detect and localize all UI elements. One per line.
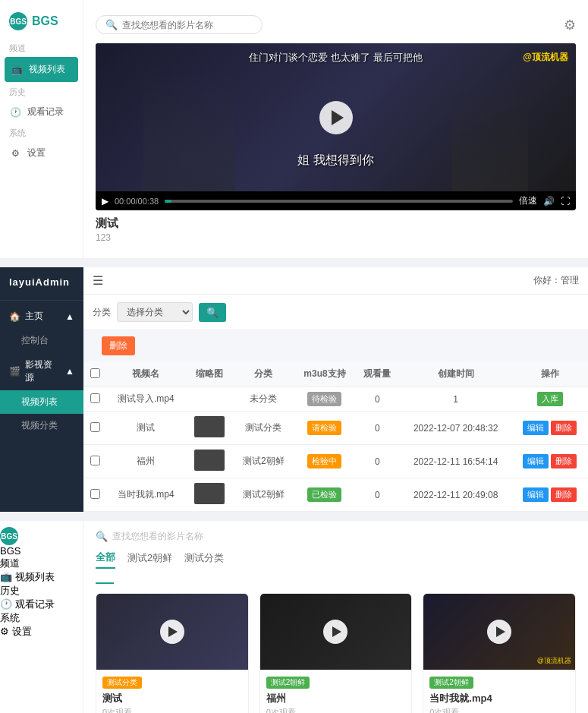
section-label3-system: 系统 [0, 611, 83, 625]
delete-row-button[interactable]: 删除 [551, 487, 577, 502]
gear-icon: ⚙ [9, 147, 21, 159]
edit-button[interactable]: 编辑 [523, 454, 549, 468]
arrow-down-icon: ▲ [65, 366, 74, 377]
td-name: 当时我就.mp4 [106, 478, 185, 512]
play-control-button[interactable]: ▶ [102, 196, 108, 207]
td-actions: 编辑删除 [512, 478, 588, 512]
app-name3: BGS [0, 545, 20, 557]
table-header-row: 视频名 缩略图 分类 m3u8支持 观看量 创建时间 操作 [83, 361, 588, 387]
tab-all[interactable]: 全部 [96, 551, 115, 569]
sidebar-item-video-list[interactable]: 📺 视频列表 [5, 57, 78, 82]
table-row: 测试导入.mp4 未分类 待检验 0 1 入库 [83, 387, 588, 412]
card-thumbnail: @顶流机器 [423, 594, 575, 670]
sidebar-item-settings[interactable]: ⚙ 设置 [0, 140, 83, 166]
td-m3u8: 检验中 [294, 445, 355, 478]
panel1-header: 🔍 ⚙ [96, 9, 576, 43]
td-name: 福州 [106, 445, 185, 478]
divider [0, 300, 83, 301]
sidebar-item-video-resources[interactable]: 🎬 影视资源 ▲ [0, 352, 83, 390]
arrow-icon: ▲ [65, 311, 74, 322]
admin-panel: layuiAdmin 🏠 主页 ▲ 控制台 🎬 影视资源 ▲ 视频列表 视频分类… [0, 267, 588, 512]
play-button[interactable] [319, 101, 353, 134]
row-checkbox[interactable] [90, 456, 100, 465]
tab-test2[interactable]: 测试2朝鲜 [127, 551, 172, 568]
card-info: 测试分类 测试 0次观看 [96, 670, 248, 713]
left-figure [143, 70, 234, 191]
sidebar-item-console[interactable]: 控制台 [0, 329, 83, 352]
main-content-panel1: 🔍 ⚙ 住门对门谈个恋爱 也太难了 最后可把他 @顶流机器 姐 我想得到你 ▶ [83, 0, 588, 258]
logo-icon: BGS [9, 12, 27, 30]
row-checkbox[interactable] [90, 393, 100, 403]
td-created: 2022-12-07 20:48:32 [399, 412, 512, 445]
video-res-icon: 🎬 [9, 366, 20, 377]
th-created: 创建时间 [399, 361, 512, 387]
delete-button[interactable]: 删除 [102, 336, 135, 355]
audio-icon[interactable]: 🔊 [543, 196, 555, 207]
card-play-button[interactable] [160, 620, 184, 644]
video-overlay-text: 住门对门谈个恋爱 也太难了 最后可把他 [249, 51, 422, 65]
section-label-channel: 频道 [0, 39, 83, 55]
category-filter-select[interactable]: 选择分类 [117, 302, 193, 322]
sidebar-item-video-list-admin[interactable]: 视频列表 [0, 390, 83, 414]
card-info: 测试2朝鲜 福州 0次观看 [260, 670, 412, 713]
th-actions: 操作 [512, 361, 588, 387]
td-name: 测试导入.mp4 [106, 387, 185, 412]
time-display: 00:00/00:38 [115, 197, 159, 206]
row-checkbox[interactable] [90, 489, 100, 499]
edit-button[interactable]: 编辑 [523, 421, 549, 435]
tabs-bar: 全部 测试2朝鲜 测试分类 [96, 551, 576, 573]
sidebar-item-video-category[interactable]: 视频分类 [0, 414, 83, 437]
hamburger-icon[interactable]: ☰ [93, 273, 103, 288]
filter-search-button[interactable]: 🔍 [199, 303, 226, 322]
th-views: 观看量 [356, 361, 400, 387]
video-card[interactable]: 测试分类 测试 0次观看 [96, 593, 249, 713]
card-title: 测试 [102, 692, 242, 705]
th-thumb: 缩略图 [185, 361, 233, 387]
search-input[interactable] [122, 20, 253, 30]
delete-row-button[interactable]: 删除 [551, 454, 577, 468]
td-checkbox [83, 445, 106, 478]
progress-bar[interactable] [165, 200, 513, 203]
video-card[interactable]: @顶流机器 测试2朝鲜 当时我就.mp4 0次观看 [423, 593, 576, 713]
card-play-button[interactable] [487, 620, 511, 644]
video-card[interactable]: 测试2朝鲜 福州 0次观看 [259, 593, 413, 713]
fullscreen-button[interactable]: ⛶ [561, 196, 570, 207]
td-created: 2022-12-11 16:54:14 [399, 445, 512, 478]
card-info: 测试2朝鲜 当时我就.mp4 0次观看 [423, 670, 575, 713]
sidebar3-item-settings[interactable]: ⚙ 设置 [0, 625, 83, 639]
td-views: 0 [356, 412, 400, 445]
add-btn-container: 删除 [83, 330, 588, 361]
search-box[interactable]: 🔍 [96, 15, 263, 34]
admin-logo: layuiAdmin [0, 267, 83, 297]
tab-indicator [96, 582, 114, 584]
video-description: 123 [96, 232, 576, 243]
search-icon: 🔍 [105, 19, 118, 30]
sidebar-item-watch-history[interactable]: 🕐 观看记录 [0, 99, 83, 125]
volume-icon[interactable]: 倍速 [519, 194, 537, 207]
th-checkbox [83, 361, 106, 387]
table-row: 测试 测试分类 请检验 0 2022-12-07 20:48:32 编辑删除 [83, 412, 588, 445]
sidebar-item-home[interactable]: 🏠 主页 ▲ [0, 304, 83, 329]
card-play-button[interactable] [323, 620, 347, 644]
th-video-name: 视频名 [106, 361, 185, 387]
td-checkbox [83, 387, 106, 412]
td-category: 测试2朝鲜 [233, 445, 294, 478]
video-watermark: @顶流机器 [523, 51, 568, 64]
select-all-checkbox[interactable] [90, 368, 100, 378]
row-checkbox[interactable] [90, 422, 100, 432]
td-m3u8: 待检验 [294, 387, 355, 412]
delete-row-button[interactable]: 删除 [551, 421, 577, 435]
tab-test-category[interactable]: 测试分类 [184, 551, 224, 568]
panel3-header: 🔍 查找您想看的影片名称 [96, 530, 576, 551]
sidebar3-item-watch-history[interactable]: 🕐 观看记录 [0, 598, 83, 611]
settings-icon[interactable]: ⚙ [564, 17, 576, 33]
add-to-library-button[interactable]: 入库 [537, 392, 563, 406]
td-checkbox [83, 412, 106, 445]
video-grid-main: 🔍 查找您想看的影片名称 全部 测试2朝鲜 测试分类 测试分类 测试 0次观看 … [83, 521, 588, 713]
table-header: ☰ 你好：管理 [83, 267, 588, 295]
edit-button[interactable]: 编辑 [523, 487, 549, 502]
video-subtitle: 姐 我想得到你 [297, 153, 373, 169]
search-icon3: 🔍 [96, 531, 108, 542]
td-thumb [185, 445, 233, 478]
sidebar3-item-video-list[interactable]: 📺 视频列表 [0, 570, 83, 584]
